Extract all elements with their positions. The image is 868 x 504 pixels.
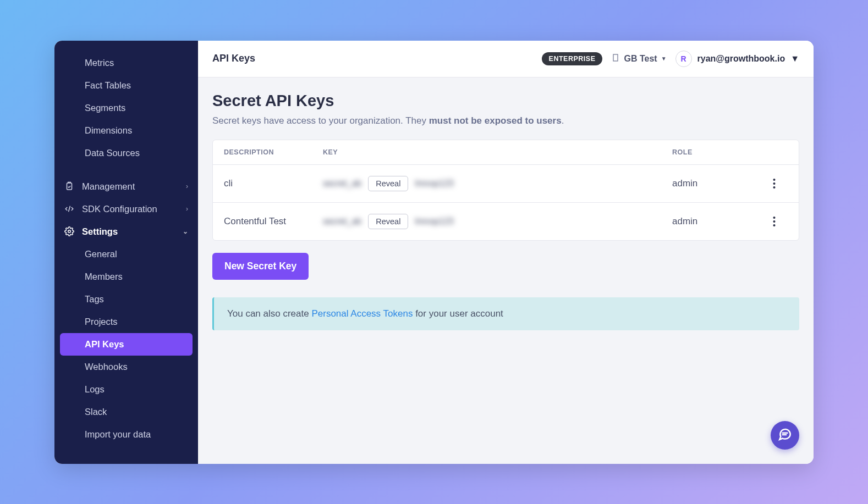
section-label: Management	[82, 181, 135, 192]
building-icon	[611, 53, 620, 64]
row-more-button[interactable]	[760, 216, 788, 227]
info-text: You can also create	[227, 308, 311, 319]
gear-icon	[64, 226, 74, 236]
chevron-down-icon: ⌄	[183, 228, 188, 235]
svg-point-13	[773, 217, 775, 219]
svg-point-15	[773, 224, 775, 226]
svg-point-2	[68, 230, 71, 233]
sidebar: Metrics Fact Tables Segments Dimensions …	[54, 41, 198, 464]
avatar: R	[675, 51, 692, 67]
info-box: You can also create Personal Access Toke…	[212, 297, 799, 330]
user-menu[interactable]: R ryan@growthbook.io ▼	[675, 51, 799, 67]
svg-point-12	[773, 186, 775, 189]
table-row: Contentful Test secret_ab Reveal lmnop12…	[213, 202, 799, 240]
content-subtitle: Secret keys have access to your organiza…	[212, 115, 799, 126]
caret-down-icon: ▼	[661, 56, 667, 62]
chat-icon	[778, 427, 792, 444]
sidebar-item-label: Projects	[85, 317, 118, 327]
sidebar-item-label: Slack	[85, 407, 107, 417]
table-row: cli secret_ab Reveal lmnop123 admin	[213, 164, 799, 202]
sidebar-item-label: Tags	[85, 294, 104, 304]
code-icon	[64, 204, 74, 214]
sidebar-item-import[interactable]: Import your data	[54, 423, 198, 446]
blurred-key: lmnop123	[415, 217, 453, 226]
col-role: ROLE	[672, 148, 760, 156]
chevron-right-icon: ›	[186, 182, 188, 190]
key-cell: secret_ab Reveal lmnop123	[323, 214, 672, 229]
sidebar-item-general[interactable]: General	[54, 243, 198, 265]
sidebar-item-label: Logs	[85, 384, 105, 395]
clipboard-icon	[64, 181, 74, 191]
sidebar-item-label: Fact Tables	[85, 80, 131, 91]
section-label: SDK Configuration	[82, 204, 157, 214]
sidebar-section-sdk[interactable]: SDK Configuration ›	[54, 198, 198, 220]
sidebar-item-label: API Keys	[85, 339, 124, 350]
content: Secret API Keys Secret keys have access …	[198, 77, 814, 464]
sidebar-item-label: Webhooks	[85, 362, 128, 372]
sidebar-item-webhooks[interactable]: Webhooks	[54, 356, 198, 378]
user-email: ryan@growthbook.io	[697, 54, 785, 64]
blurred-key: lmnop123	[415, 179, 453, 189]
content-heading: Secret API Keys	[212, 92, 799, 110]
new-secret-key-button[interactable]: New Secret Key	[212, 253, 309, 280]
sidebar-item-label: Dimensions	[85, 125, 132, 136]
org-name: GB Test	[624, 54, 657, 64]
col-description: DESCRIPTION	[224, 148, 323, 156]
sidebar-section-management[interactable]: Management ›	[54, 175, 198, 198]
sidebar-item-segments[interactable]: Segments	[54, 97, 198, 119]
blurred-key: secret_ab	[323, 217, 361, 226]
svg-point-14	[773, 220, 775, 223]
chevron-right-icon: ›	[186, 205, 188, 213]
sidebar-item-data-sources[interactable]: Data Sources	[54, 142, 198, 164]
org-switcher[interactable]: GB Test ▼	[611, 53, 666, 64]
blurred-key: secret_ab	[323, 179, 361, 189]
subtitle-text: .	[562, 115, 564, 126]
sidebar-section-settings[interactable]: Settings ⌄	[54, 220, 198, 243]
sidebar-item-slack[interactable]: Slack	[54, 401, 198, 423]
svg-line-1	[69, 206, 70, 212]
col-actions	[760, 148, 788, 156]
sidebar-item-label: Metrics	[85, 58, 114, 68]
row-role: admin	[672, 216, 760, 227]
sidebar-item-dimensions[interactable]: Dimensions	[54, 119, 198, 142]
sidebar-item-metrics[interactable]: Metrics	[54, 52, 198, 74]
sidebar-item-fact-tables[interactable]: Fact Tables	[54, 74, 198, 97]
sidebar-item-tags[interactable]: Tags	[54, 288, 198, 311]
main-area: API Keys ENTERPRISE GB Test ▼ R ryan@gro…	[198, 41, 814, 464]
sidebar-item-label: Data Sources	[85, 148, 140, 158]
section-label: Settings	[82, 226, 118, 237]
subtitle-text: Secret keys have access to your organiza…	[212, 115, 429, 126]
caret-down-icon: ▼	[790, 54, 799, 64]
plan-badge: ENTERPRISE	[542, 52, 603, 65]
topbar: API Keys ENTERPRISE GB Test ▼ R ryan@gro…	[198, 41, 814, 77]
key-cell: secret_ab Reveal lmnop123	[323, 176, 672, 191]
sidebar-item-label: Segments	[85, 103, 125, 113]
reveal-button[interactable]: Reveal	[368, 176, 408, 191]
sidebar-item-label: Members	[85, 272, 123, 282]
spacer	[54, 164, 198, 175]
sidebar-item-label: General	[85, 249, 117, 259]
info-text: for your user account	[413, 308, 503, 319]
personal-access-tokens-link[interactable]: Personal Access Tokens	[311, 308, 413, 319]
table-header: DESCRIPTION KEY ROLE	[213, 140, 799, 164]
chat-button[interactable]	[771, 421, 799, 450]
sidebar-item-api-keys[interactable]: API Keys	[60, 333, 193, 356]
svg-rect-0	[67, 183, 72, 190]
sidebar-item-label: Import your data	[85, 429, 151, 440]
app-window: Metrics Fact Tables Segments Dimensions …	[54, 41, 814, 464]
row-description: cli	[224, 178, 323, 189]
subtitle-emphasis: must not be exposed to users	[429, 115, 562, 126]
api-keys-table: DESCRIPTION KEY ROLE cli secret_ab Revea…	[212, 140, 799, 241]
row-more-button[interactable]	[760, 178, 788, 189]
sidebar-item-logs[interactable]: Logs	[54, 378, 198, 401]
svg-point-10	[773, 179, 775, 181]
row-role: admin	[672, 178, 760, 189]
svg-rect-3	[613, 54, 618, 61]
sidebar-item-projects[interactable]: Projects	[54, 311, 198, 333]
row-description: Contentful Test	[224, 216, 323, 227]
col-key: KEY	[323, 148, 672, 156]
reveal-button[interactable]: Reveal	[368, 214, 408, 229]
svg-point-11	[773, 182, 775, 185]
page-title: API Keys	[212, 53, 255, 64]
sidebar-item-members[interactable]: Members	[54, 265, 198, 288]
